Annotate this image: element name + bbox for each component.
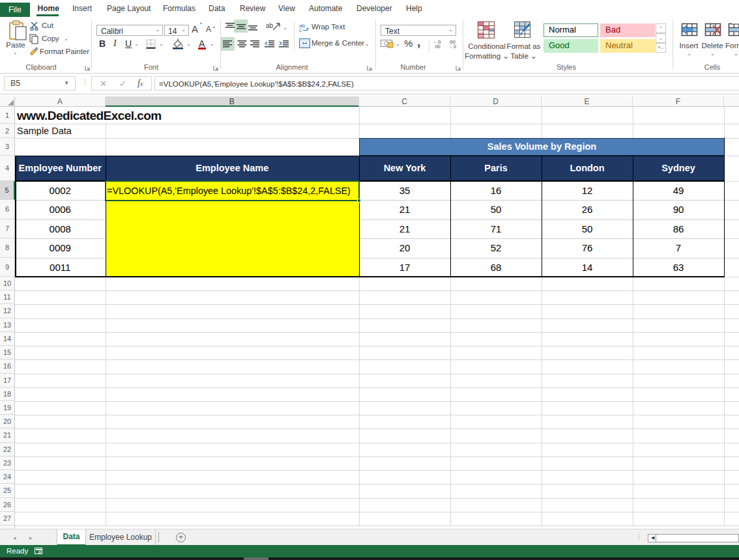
svg-text:c: c — [299, 27, 302, 32]
svg-text:→: → — [448, 44, 453, 48]
svg-text:.00: .00 — [434, 44, 441, 48]
svg-text:0: 0 — [454, 44, 456, 48]
